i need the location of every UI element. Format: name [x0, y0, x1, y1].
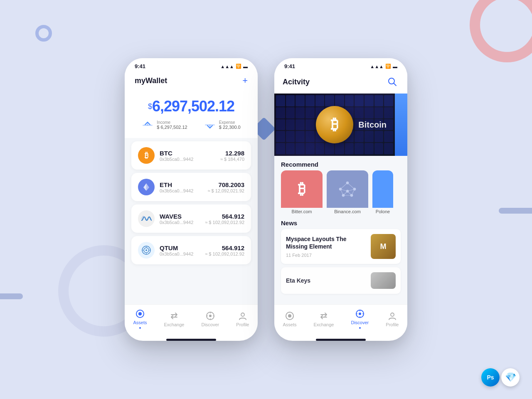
nav-exchange[interactable]: Exchange — [164, 311, 185, 327]
news-item-2[interactable]: Eta Keys — [281, 267, 401, 294]
status-icons-discover: ▲▲▲ 🛜 ▬ — [370, 64, 397, 69]
svg-rect-3 — [209, 125, 211, 128]
btc-usd: ≈ $ 184,470 — [220, 157, 244, 162]
activity-banner: ₿ Bitcoin — [274, 94, 407, 156]
discover-icon-2 — [355, 309, 365, 319]
expense-value: $ 22,300.0 — [219, 125, 241, 130]
eth-usd: ≈ $ 12,092,021.92 — [207, 188, 244, 193]
eth-address: 0x3b5ca0...9442 — [160, 188, 202, 193]
bottom-nav-wallet: Assets Exchange — [125, 304, 258, 337]
waves-name: WAVES — [160, 213, 200, 220]
recommend-card-bitcoin[interactable]: ₿ Bitter.com — [281, 170, 323, 215]
svg-point-45 — [359, 313, 361, 315]
nav-profile-label: Profile — [236, 322, 249, 327]
news-thumb-1: M — [371, 234, 396, 259]
waves-address: 0x3b5ca0...9442 — [160, 220, 200, 225]
news-content-1: Myspace Layouts The Missing Element 11 F… — [286, 235, 366, 258]
bg-decoration-bar-right — [499, 208, 532, 214]
btc-icon: ₿ — [138, 147, 155, 164]
banner-side — [395, 94, 407, 156]
crypto-list: ₿ BTC 0x3b5ca0...9442 12.298 ≈ $ 184,470 — [125, 138, 258, 304]
nav2-exchange[interactable]: Exchange — [314, 311, 334, 327]
crypto-card-waves[interactable]: WAVES 0x3b5ca0...9442 564.912 ≈ $ 102,09… — [131, 204, 251, 233]
tool-badges: Ps 💎 — [481, 368, 520, 387]
sketch-badge: 💎 — [501, 368, 520, 387]
qtum-values: 564.912 ≈ $ 102,092,012.92 — [205, 244, 244, 256]
binance-recommend-label: Binance.com — [327, 208, 368, 215]
nav-exchange-label: Exchange — [164, 322, 185, 327]
news-date-1: 11 Feb 2017 — [286, 253, 366, 258]
svg-rect-26 — [333, 175, 362, 204]
recommend-scroll: ₿ Bitter.com — [281, 170, 401, 215]
banner-main: ₿ Bitcoin — [274, 94, 395, 156]
discover-content: Recommend ₿ Bitter.com — [274, 156, 407, 304]
nav2-discover[interactable]: Discover — [351, 309, 369, 329]
home-indicator-wallet — [166, 339, 216, 341]
add-button[interactable]: + — [242, 75, 248, 86]
waves-amount: 564.912 — [205, 213, 244, 220]
news-headline-1: Myspace Layouts The Missing Element — [286, 235, 366, 250]
discover-header: Acitvity — [274, 72, 407, 94]
discover-icon — [205, 311, 215, 321]
signal-icon: ▲▲▲ — [220, 64, 234, 69]
nav2-profile[interactable]: Profile — [386, 311, 399, 327]
phone-discover: 9:41 ▲▲▲ 🛜 ▬ Acitvity — [274, 58, 407, 341]
polone-recommend-label: Polone — [372, 208, 393, 215]
eth-amount: 708.2003 — [207, 181, 244, 188]
qtum-icon — [138, 242, 155, 259]
wallet-title: myWallet — [135, 76, 167, 85]
recommend-card-polone[interactable]: Polone — [372, 170, 393, 215]
nav-assets-dot — [139, 327, 141, 329]
eth-info: ETH 0x3b5ca0...9442 — [160, 181, 202, 193]
svg-point-18 — [209, 315, 212, 317]
currency-symbol: $ — [148, 102, 152, 111]
photoshop-badge: Ps — [481, 368, 500, 387]
status-bar-discover: 9:41 ▲▲▲ 🛜 ▬ — [274, 58, 407, 72]
battery-icon-2: ▬ — [393, 64, 397, 69]
crypto-card-btc[interactable]: ₿ BTC 0x3b5ca0...9442 12.298 ≈ $ 184,470 — [131, 141, 251, 170]
home-indicator-discover — [316, 339, 366, 341]
phones-wrapper: 9:41 ▲▲▲ 🛜 ▬ myWallet + $6,297,502.12 — [125, 58, 407, 341]
waves-usd: ≈ $ 102,092,012.92 — [205, 220, 244, 225]
recommend-card-binance[interactable]: Binance.com — [327, 170, 368, 215]
crypto-card-qtum[interactable]: QTUM 0x3b5ca0...9442 564.912 ≈ $ 102,092… — [131, 236, 251, 264]
balance-amount: 6,297,502.12 — [152, 98, 234, 115]
waves-values: 564.912 ≈ $ 102,092,012.92 — [205, 213, 244, 225]
nav-assets-label: Assets — [133, 320, 147, 325]
nav2-assets[interactable]: Assets — [283, 311, 297, 327]
svg-point-10 — [145, 249, 147, 251]
polone-recommend-img — [372, 170, 393, 208]
expense-label: Expense — [219, 120, 241, 125]
eth-icon — [138, 179, 155, 195]
balance-display: $6,297,502.12 — [135, 98, 248, 115]
svg-rect-1 — [147, 122, 148, 126]
qtum-usd: ≈ $ 102,092,012.92 — [205, 251, 244, 256]
eth-values: 708.2003 ≈ $ 12,092,021.92 — [207, 181, 244, 193]
nav-assets[interactable]: Assets — [133, 309, 147, 329]
news-section: News Myspace Layouts The Missing Element… — [281, 219, 401, 294]
news-item-1[interactable]: Myspace Layouts The Missing Element 11 F… — [281, 229, 401, 264]
crypto-card-eth[interactable]: ETH 0x3b5ca0...9442 708.2003 ≈ $ 12,092,… — [131, 173, 251, 201]
nav-discover[interactable]: Discover — [201, 311, 219, 327]
wifi-icon: 🛜 — [236, 64, 241, 69]
income-icon — [142, 121, 153, 129]
svg-line-25 — [394, 83, 396, 86]
bg-decoration-bar-left — [0, 293, 23, 299]
nav2-exchange-label: Exchange — [314, 322, 334, 327]
search-button[interactable] — [386, 75, 399, 89]
qtum-address: 0x3b5ca0...9442 — [160, 251, 200, 256]
income-label: Income — [157, 120, 187, 125]
signal-icon-2: ▲▲▲ — [370, 64, 384, 69]
news-headline-2: Eta Keys — [286, 277, 366, 284]
balance-stats: Income $ 6,297,502.12 Expense $ — [135, 120, 248, 130]
btc-amount: 12.298 — [220, 150, 244, 157]
status-time-wallet: 9:41 — [135, 63, 145, 69]
bitcoin-recommend-img: ₿ — [281, 170, 323, 208]
qtum-info: QTUM 0x3b5ca0...9442 — [160, 244, 200, 256]
battery-icon: ▬ — [243, 64, 248, 69]
recommend-title: Recommend — [281, 161, 401, 168]
eth-name: ETH — [160, 181, 202, 188]
nav-discover-label: Discover — [201, 322, 219, 327]
binance-recommend-img — [327, 170, 368, 208]
nav-profile[interactable]: Profile — [236, 311, 249, 327]
